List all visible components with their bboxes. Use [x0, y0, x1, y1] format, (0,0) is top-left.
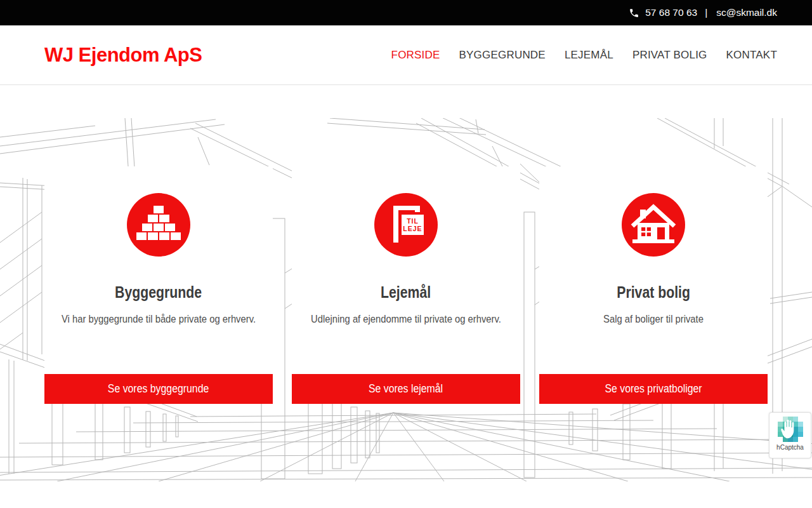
bricks-icon-glyph: [127, 193, 190, 257]
card-title: Privat bolig: [617, 283, 690, 302]
se-vores-lejemaal-button[interactable]: Se vores lejemål: [292, 374, 520, 404]
hero-section: Byggegrunde Vi har byggegrunde til både …: [0, 118, 812, 481]
email-link[interactable]: sc@skmail.dk: [716, 7, 777, 18]
house-icon: [622, 193, 685, 257]
card-byggegrunde: Byggegrunde Vi har byggegrunde til både …: [44, 166, 273, 404]
card-description: Salg af boliger til private: [547, 312, 759, 327]
card-title: Byggegrunde: [115, 283, 202, 302]
nav-item-lejemaal[interactable]: LEJEMÅL: [565, 49, 613, 62]
phone-icon: [629, 8, 639, 18]
button-label: Se vores lejemål: [369, 382, 443, 396]
phone-number: 57 68 70 63: [645, 7, 697, 18]
card-description: Vi har byggegrunde til både private og e…: [53, 312, 265, 327]
card-description: Udlejning af ejendomme til private og er…: [300, 312, 512, 327]
sign-text-til: TIL: [407, 217, 419, 225]
top-contact-bar: 57 68 70 63 | sc@skmail.dk: [0, 0, 812, 25]
button-label: Se vores byggegrunde: [108, 382, 209, 396]
site-header: WJ Ejendom ApS FORSIDE BYGGEGRUNDE LEJEM…: [0, 25, 812, 85]
hcaptcha-icon: [778, 417, 803, 442]
page: 57 68 70 63 | sc@skmail.dk WJ Ejendom Ap…: [0, 0, 812, 508]
topbar-separator: |: [705, 7, 707, 18]
sign-text-leje: LEJE: [403, 225, 422, 232]
nav-item-kontakt[interactable]: KONTAKT: [726, 49, 777, 62]
bricks-icon: [127, 193, 190, 257]
nav-item-byggegrunde[interactable]: BYGGEGRUNDE: [459, 49, 546, 62]
house-icon-glyph: [622, 193, 685, 257]
button-label: Se vores privatboliger: [605, 382, 702, 396]
card-privat-bolig: Privat bolig Salg af boliger til private…: [539, 166, 768, 404]
se-vores-privatboliger-button[interactable]: Se vores privatboliger: [539, 374, 768, 404]
site-logo[interactable]: WJ Ejendom ApS: [44, 44, 202, 67]
nav-item-privat-bolig[interactable]: PRIVAT BOLIG: [632, 49, 707, 62]
for-rent-sign-icon-glyph: TIL LEJE: [374, 193, 438, 257]
main-nav: FORSIDE BYGGEGRUNDE LEJEMÅL PRIVAT BOLIG…: [391, 49, 777, 62]
hcaptcha-badge[interactable]: hCaptcha: [769, 412, 811, 458]
card-title: Lejemål: [381, 283, 431, 302]
hcaptcha-label: hCaptcha: [776, 444, 804, 451]
se-vores-byggegrunde-button[interactable]: Se vores byggegrunde: [44, 374, 273, 404]
card-lejemaal: TIL LEJE Lejemål Udlejning af ejendomme …: [292, 166, 520, 404]
nav-item-forside[interactable]: FORSIDE: [391, 49, 440, 62]
for-rent-sign-icon: TIL LEJE: [374, 193, 438, 257]
phone-link[interactable]: 57 68 70 63: [629, 7, 697, 18]
